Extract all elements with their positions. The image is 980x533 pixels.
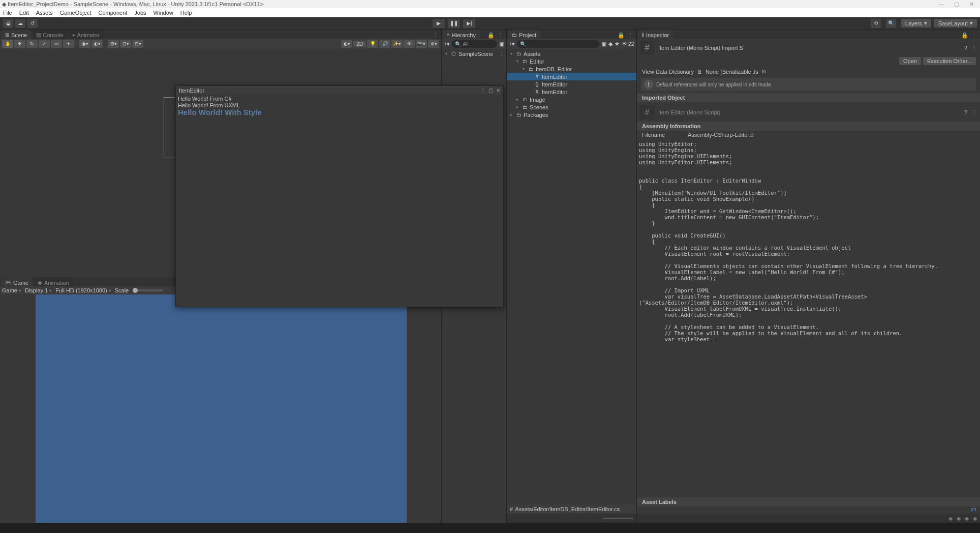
filter-by-label-icon[interactable]: ◆ [608, 41, 612, 47]
lock-icon[interactable]: 🔒 [961, 32, 968, 39]
ab-icon[interactable]: ◈ [965, 515, 969, 522]
ab-icon[interactable]: ◈ [973, 515, 977, 522]
expand-arrow-icon[interactable]: ▾ [444, 51, 449, 56]
search-icon[interactable]: 🔍 [886, 19, 896, 28]
snap-toggle-icon[interactable]: ⊟▾ [132, 40, 143, 48]
minimize-icon[interactable]: — [938, 1, 944, 8]
menu-help[interactable]: Help [180, 10, 192, 16]
close-icon[interactable]: ✕ [496, 87, 500, 93]
local-toggle[interactable]: ◐▾ [91, 40, 103, 48]
scale-slider[interactable] [133, 289, 163, 291]
layers-dropdown[interactable]: Layers▾ [901, 19, 931, 27]
floating-window-titlebar[interactable]: ItemEditor ⋮ ▢ ✕ [176, 86, 503, 95]
menu-file[interactable]: File [3, 10, 12, 16]
maximize-icon[interactable]: ▢ [954, 1, 959, 8]
transform-tool-icon[interactable]: ✦ [63, 40, 74, 48]
expand-arrow-icon[interactable]: ▾ [509, 51, 514, 56]
panel-menu-icon[interactable]: ⋮ [971, 45, 977, 51]
save-search-icon[interactable]: ★ [615, 41, 620, 47]
itemeditor-window[interactable]: ItemEditor ⋮ ▢ ✕ Hello World! From C# He… [175, 85, 504, 307]
menu-jobs[interactable]: Jobs [134, 10, 146, 16]
project-tree-row[interactable]: ▾🗀Editor [507, 57, 636, 65]
scale-tool-icon[interactable]: ⤢ [39, 40, 50, 48]
pivot-toggle[interactable]: ◉▾ [79, 40, 90, 48]
expand-arrow-icon[interactable]: ▸ [515, 105, 520, 109]
tab-animator[interactable]: ▸Animator [69, 30, 104, 39]
project-tree-row[interactable]: ▸🗀Image [507, 96, 636, 103]
resolution-dropdown[interactable]: Full HD (1920x1080) [55, 287, 111, 293]
create-dropdown[interactable]: +▾ [509, 41, 515, 47]
tab-hierarchy[interactable]: ≡Hierarchy [443, 30, 480, 39]
panel-menu-icon[interactable]: ⋮ [971, 109, 977, 116]
project-tree-row[interactable]: {}ItemEditor [507, 80, 636, 88]
account-icon[interactable]: ◒ [3, 19, 13, 28]
hierarchy-scene-row[interactable]: ▾ ⬡ SampleScene ⋮ [442, 50, 506, 57]
project-tree-row[interactable]: ▾🗀ItemDB_Editor [507, 65, 636, 73]
scene-picker-icon[interactable]: ▣ [499, 41, 504, 47]
snap-increment-icon[interactable]: ⊡▾ [120, 40, 131, 48]
project-tree-row[interactable]: #ItemEditor [507, 88, 636, 96]
project-thumbnail-slider[interactable] [507, 514, 636, 523]
maximize-icon[interactable]: ▢ [488, 87, 493, 93]
tab-inspector[interactable]: ℹInspector [638, 30, 673, 39]
menu-gameobject[interactable]: GameObject [60, 10, 91, 16]
game-target-dropdown[interactable]: Game [2, 287, 21, 293]
filter-by-type-icon[interactable]: ▣ [601, 41, 606, 47]
project-tree-row[interactable]: #ItemEditor [507, 73, 636, 80]
undo-history-icon[interactable]: ⟲ [871, 19, 881, 28]
panel-menu-icon[interactable]: ⋮ [628, 32, 633, 39]
close-icon[interactable]: ✕ [969, 1, 974, 8]
hidden-packages-icon[interactable]: 👁22 [622, 41, 634, 47]
menu-assets[interactable]: Assets [36, 10, 53, 16]
rect-tool-icon[interactable]: ▭ [51, 40, 62, 48]
play-button[interactable]: ▶ [433, 19, 445, 28]
tab-animation[interactable]: ◉Animation [34, 278, 73, 286]
fx-icon[interactable]: ✨▾ [391, 40, 403, 48]
hidden-icon[interactable]: 👁 [404, 40, 415, 48]
audio-icon[interactable]: 🔊 [379, 40, 390, 48]
tab-scene[interactable]: ⊞Scene [1, 30, 31, 39]
project-search[interactable]: 🔍 [517, 40, 599, 48]
menu-component[interactable]: Component [98, 10, 127, 16]
panel-menu-icon[interactable]: ⋮ [498, 32, 503, 39]
gizmos-icon[interactable]: ⊕▾ [428, 40, 439, 48]
create-dropdown[interactable]: +▾ [444, 41, 450, 47]
cloud-icon[interactable]: ☁ [15, 19, 25, 28]
hierarchy-search[interactable]: 🔍All [452, 40, 497, 48]
expand-arrow-icon[interactable]: ▾ [515, 59, 520, 64]
tab-game[interactable]: 🎮Game [1, 278, 33, 286]
help-icon[interactable]: ? [964, 109, 967, 115]
history-icon[interactable]: ↺ [27, 19, 38, 28]
step-button[interactable]: ▶| [463, 19, 475, 28]
expand-arrow-icon[interactable]: ▾ [521, 67, 526, 71]
pause-button[interactable]: ❚❚ [448, 19, 460, 28]
lock-icon[interactable]: 🔒 [618, 32, 625, 39]
hand-tool-icon[interactable]: ✋ [2, 40, 13, 48]
label-picker-icon[interactable]: 🏷 [970, 507, 976, 514]
panel-menu-icon[interactable]: ⋮ [480, 87, 485, 93]
camera-icon[interactable]: 📷▾ [416, 40, 427, 48]
ab-icon[interactable]: ◈ [957, 515, 961, 522]
expand-arrow-icon[interactable]: ▸ [509, 112, 514, 117]
serializable-field[interactable]: None (Serializable Js [706, 69, 758, 75]
open-button[interactable]: Open [899, 57, 921, 65]
draw-mode-icon[interactable]: ◐▾ [341, 40, 352, 48]
expand-arrow-icon[interactable]: ▸ [515, 97, 520, 102]
menu-edit[interactable]: Edit [19, 10, 29, 16]
execution-order-button[interactable]: Execution Order... [923, 57, 976, 65]
help-icon[interactable]: ? [964, 45, 967, 51]
tab-console[interactable]: ▤Console [32, 30, 67, 39]
menu-window[interactable]: Window [154, 10, 173, 16]
project-tree-row[interactable]: ▾🗀Assets [507, 50, 636, 57]
object-picker-icon[interactable]: ⊙ [761, 68, 766, 75]
grid-snap-icon[interactable]: ⊞▾ [108, 40, 119, 48]
lock-icon[interactable]: 🔒 [487, 32, 495, 39]
rotate-tool-icon[interactable]: ↻ [26, 40, 38, 48]
move-tool-icon[interactable]: ✥ [14, 40, 25, 48]
display-dropdown[interactable]: Display 1 [25, 287, 51, 293]
tab-project[interactable]: 🗀Project [508, 30, 540, 39]
panel-menu-icon[interactable]: ⋮ [971, 32, 977, 39]
ab-icon[interactable]: ◈ [948, 515, 953, 522]
panel-menu-icon[interactable]: ⋮ [499, 50, 506, 57]
project-tree-row[interactable]: ▸🗀Scenes [507, 103, 636, 111]
